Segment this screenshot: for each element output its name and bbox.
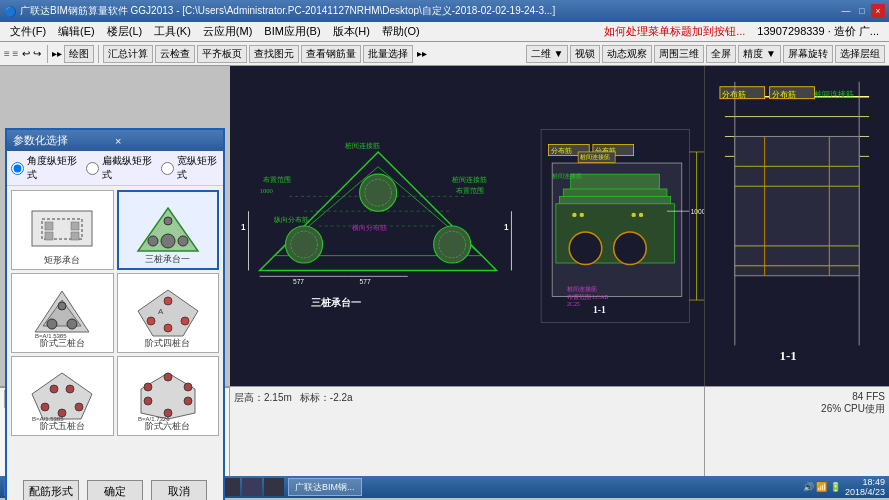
menu-newchange[interactable]: 如何处理菜单标题加到按钮... xyxy=(598,22,751,41)
shape-label-4: 阶式四桩台 xyxy=(118,337,219,350)
btn-cloud-check[interactable]: 云检查 xyxy=(155,45,195,63)
dialog-close-icon[interactable]: × xyxy=(115,135,217,147)
svg-rect-2 xyxy=(45,222,53,230)
svg-rect-3 xyxy=(71,222,79,230)
svg-text:布置范围: 布置范围 xyxy=(263,176,291,183)
btn-precision[interactable]: 精度 ▼ xyxy=(738,45,781,63)
layer-info: 层高：2.15m xyxy=(234,391,292,405)
menu-help[interactable]: 帮助(O) xyxy=(376,22,426,41)
btn-selectlayer[interactable]: 选择层组 xyxy=(835,45,885,63)
svg-point-20 xyxy=(147,317,155,325)
btn-cancel[interactable]: 取消 xyxy=(151,480,207,500)
shape-item-4pile-step[interactable]: A 阶式四桩台 xyxy=(117,273,220,353)
shape-label-3: 阶式三桩台 xyxy=(12,337,113,350)
svg-text:桩间连接筋: 桩间连接筋 xyxy=(551,172,582,179)
radio-flat[interactable]: 扁截纵矩形式 xyxy=(86,154,153,182)
shape-item-3pile1[interactable]: 三桩承台一 xyxy=(117,190,220,270)
svg-point-80 xyxy=(580,213,584,217)
tray-icons: 🔊 📶 🔋 xyxy=(803,482,841,492)
svg-text:横向分布筋: 横向分布筋 xyxy=(352,224,387,232)
menu-price[interactable]: 13907298339 · 造价 广... xyxy=(751,22,885,41)
svg-point-28 xyxy=(50,385,58,393)
active-app-button[interactable]: 广联达BIM钢... xyxy=(288,478,362,496)
btn-dynamic[interactable]: 动态观察 xyxy=(602,45,652,63)
svg-text:布置范围 LCAB: 布置范围 LCAB xyxy=(567,294,608,300)
shape-item-rectangular[interactable]: 矩形承台 xyxy=(11,190,114,270)
cad-drawing-area[interactable]: 桩间连接筋 布置范围 1000 桩间连接筋 布置范围 横向分布筋 纵向分布筋 5… xyxy=(230,66,704,386)
btn-around3d[interactable]: 周围三维 xyxy=(654,45,704,63)
btn-fullscreen[interactable]: 全屏 xyxy=(706,45,736,63)
svg-rect-4 xyxy=(45,232,53,240)
main-area: 参数化选择 × 角度纵矩形式 扁截纵矩形式 宽纵矩形式 xyxy=(0,66,889,386)
svg-text:桩间连接筋: 桩间连接筋 xyxy=(579,153,610,160)
menu-edit[interactable]: 编辑(E) xyxy=(52,22,101,41)
btn-find[interactable]: 查找图元 xyxy=(249,45,299,63)
svg-point-10 xyxy=(178,236,188,246)
shape-svg-5pile-step: B=A/1.5385 xyxy=(27,369,97,424)
shape-svg-rectangular xyxy=(27,203,97,258)
svg-text:桩间连接筋: 桩间连接筋 xyxy=(813,90,854,99)
btn-lock[interactable]: 视锁 xyxy=(570,45,600,63)
svg-point-27 xyxy=(75,403,83,411)
menu-file[interactable]: 文件(F) xyxy=(4,22,52,41)
btn-2d[interactable]: 二维 ▼ xyxy=(526,45,569,63)
shape-label-5: 阶式五桩台 xyxy=(12,420,113,433)
svg-text:1-1: 1-1 xyxy=(593,304,606,315)
menu-floor[interactable]: 楼层(L) xyxy=(101,22,148,41)
status-area: 层高：2.15m 标标：-2.2a xyxy=(230,387,704,476)
svg-point-29 xyxy=(66,385,74,393)
cad-canvas: 桩间连接筋 布置范围 1000 桩间连接筋 布置范围 横向分布筋 纵向分布筋 5… xyxy=(230,66,704,386)
toolbar-main: ≡ ≡ ↩ ↪ ▸▸ 绘图 汇总计算 云检查 平齐板页 查找图元 查看钢筋量 批… xyxy=(0,42,889,66)
btn-view-rebar[interactable]: 查看钢筋量 xyxy=(301,45,361,63)
svg-point-22 xyxy=(181,317,189,325)
svg-text:1: 1 xyxy=(504,223,509,232)
taskbar-icon-5[interactable] xyxy=(264,478,284,496)
shape-svg-3pile1 xyxy=(133,203,203,258)
shape-svg-4pile-step: A xyxy=(133,286,203,341)
close-button[interactable]: × xyxy=(871,4,885,18)
svg-text:1: 1 xyxy=(241,223,246,232)
title-bar: 🔵 广联达BIM钢筋算量软件 GGJ2013 - [C:\Users\Admin… xyxy=(0,0,889,22)
maximize-button[interactable]: □ xyxy=(855,4,869,18)
svg-point-81 xyxy=(631,213,635,217)
svg-rect-5 xyxy=(71,232,79,240)
dialog-footer: 配筋形式 确定 取消 xyxy=(7,476,223,500)
btn-sum[interactable]: 汇总计算 xyxy=(103,45,153,63)
svg-point-79 xyxy=(572,213,576,217)
scale-info: 标标：-2.2a xyxy=(300,391,353,405)
btn-flat-board[interactable]: 平齐板页 xyxy=(197,45,247,63)
minimize-button[interactable]: — xyxy=(839,4,853,18)
radio-wide[interactable]: 宽纵矩形式 xyxy=(161,154,219,182)
radio-angle[interactable]: 角度纵矩形式 xyxy=(11,154,78,182)
shape-select-dialog: 参数化选择 × 角度纵矩形式 扁截纵矩形式 宽纵矩形式 xyxy=(5,128,225,500)
window-title: 广联达BIM钢筋算量软件 GGJ2013 - [C:\Users\Adminis… xyxy=(20,4,839,18)
svg-text:577: 577 xyxy=(293,278,304,285)
svg-point-11 xyxy=(164,217,172,225)
svg-text:分布筋: 分布筋 xyxy=(772,90,796,99)
svg-text:分布筋: 分布筋 xyxy=(722,90,746,99)
svg-point-37 xyxy=(184,383,192,391)
menu-tools[interactable]: 工具(K) xyxy=(148,22,197,41)
svg-point-16 xyxy=(58,302,66,310)
btn-screenrot[interactable]: 屏幕旋转 xyxy=(783,45,833,63)
taskbar-icon-4[interactable] xyxy=(242,478,262,496)
shape-item-3pile-step[interactable]: B=A/1.5385 阶式三桩台 xyxy=(11,273,114,353)
svg-point-23 xyxy=(164,297,172,305)
dialog-title-text: 参数化选择 xyxy=(13,133,115,148)
svg-text:桩间连接筋: 桩间连接筋 xyxy=(566,285,597,292)
btn-draw[interactable]: 绘图 xyxy=(64,45,94,63)
menu-version[interactable]: 版本(H) xyxy=(327,22,376,41)
svg-text:三桩承台一: 三桩承台一 xyxy=(311,297,361,308)
menu-cloud[interactable]: 云应用(M) xyxy=(197,22,259,41)
shape-item-5pile-step[interactable]: B=A/1.5385 阶式五桩台 xyxy=(11,356,114,436)
btn-config-shape[interactable]: 配筋形式 xyxy=(23,480,79,500)
cpu-info: 26% CPU使用 xyxy=(709,402,885,416)
menu-bim[interactable]: BIM应用(B) xyxy=(258,22,326,41)
btn-batch-select[interactable]: 批量选择 xyxy=(363,45,413,63)
active-app-label: 广联达BIM钢... xyxy=(295,481,355,494)
svg-point-82 xyxy=(639,213,643,217)
shape-item-6pile-step[interactable]: B=A/1.7326 阶式六桩台 xyxy=(117,356,220,436)
svg-text:A: A xyxy=(158,307,164,316)
right-panel-svg: 分布筋 分布筋 桩间连接筋 1-1 xyxy=(705,66,889,386)
btn-ok[interactable]: 确定 xyxy=(87,480,143,500)
